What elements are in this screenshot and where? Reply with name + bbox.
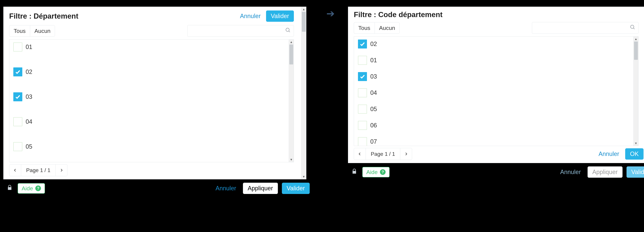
- svg-line-1: [289, 31, 290, 32]
- panel-title: Filtre : Département: [9, 12, 78, 20]
- ok-button[interactable]: OK: [625, 148, 644, 160]
- list-item: 02: [358, 39, 629, 48]
- checkbox[interactable]: [358, 72, 367, 81]
- list-item: 02: [13, 67, 285, 76]
- item-label: 05: [26, 143, 32, 150]
- filter-panel-left: ▲ ▼ Filtre : Département Annuler Valider…: [3, 7, 306, 179]
- arrow-icon: ➔: [326, 7, 335, 19]
- scroll-thumb[interactable]: [634, 41, 638, 60]
- cancel-button[interactable]: Annuler: [596, 149, 622, 159]
- search-icon[interactable]: [285, 27, 291, 34]
- select-all-button[interactable]: Tous: [354, 22, 374, 34]
- item-label: 01: [370, 57, 377, 64]
- checkbox[interactable]: [358, 105, 367, 114]
- cancel-button[interactable]: Annuler: [238, 11, 264, 21]
- checkbox[interactable]: [13, 42, 22, 51]
- checkbox[interactable]: [358, 56, 367, 65]
- select-none-button[interactable]: Aucun: [30, 25, 55, 37]
- list-item: 03: [358, 72, 629, 81]
- search-icon[interactable]: [630, 24, 636, 31]
- page-next-button[interactable]: [400, 148, 412, 160]
- item-label: 02: [26, 68, 32, 75]
- confirm-button[interactable]: Valider: [266, 10, 294, 22]
- checkbox[interactable]: [13, 92, 22, 101]
- footer-apply-button[interactable]: Appliquer: [588, 166, 622, 178]
- footer-cancel-button[interactable]: Annuler: [558, 167, 584, 177]
- select-all-none-group: Tous Aucun: [9, 25, 55, 37]
- svg-point-0: [286, 28, 289, 31]
- footer-apply-button[interactable]: Appliquer: [243, 183, 278, 194]
- scroll-thumb[interactable]: [302, 12, 306, 32]
- search-input[interactable]: [187, 25, 294, 37]
- list-item: 07: [358, 137, 629, 146]
- checkbox[interactable]: [13, 142, 22, 151]
- checkbox[interactable]: [358, 39, 367, 48]
- select-all-button[interactable]: Tous: [9, 25, 30, 37]
- footer-confirm-button[interactable]: Valider: [282, 183, 310, 194]
- item-label: 04: [26, 118, 32, 125]
- scroll-down-icon[interactable]: ▼: [302, 174, 305, 179]
- item-label: 02: [370, 40, 377, 47]
- items-list: 02010304050607 ▲ ▼: [354, 36, 638, 146]
- page-prev-button[interactable]: [9, 164, 21, 176]
- search-input[interactable]: [532, 22, 638, 34]
- checkbox[interactable]: [358, 137, 367, 146]
- filter-panel-right: Filtre : Code département Tous Aucun 020…: [348, 7, 644, 163]
- scroll-up-icon[interactable]: ▲: [634, 36, 638, 41]
- item-label: 04: [370, 89, 377, 96]
- page-next-button[interactable]: [56, 164, 68, 176]
- help-label: Aide: [22, 185, 33, 192]
- items-list: 0102030405 ▲ ▼: [9, 39, 294, 162]
- item-label: 07: [370, 138, 377, 145]
- checkbox[interactable]: [358, 88, 367, 97]
- lock-icon: [351, 168, 357, 176]
- list-item: 05: [358, 105, 629, 114]
- help-label: Aide: [366, 169, 378, 175]
- list-item: 01: [13, 42, 285, 51]
- panel-scrollbar[interactable]: ▲ ▼: [301, 7, 306, 179]
- list-scrollbar[interactable]: ▲ ▼: [289, 39, 294, 162]
- checkbox[interactable]: [13, 67, 22, 76]
- panel-title: Filtre : Code département: [354, 10, 442, 19]
- help-button[interactable]: Aide ?: [362, 167, 390, 177]
- page-indicator: Page 1 / 1: [21, 164, 56, 176]
- help-icon: ?: [380, 169, 386, 175]
- scroll-up-icon[interactable]: ▲: [290, 39, 293, 44]
- list-item: 03: [13, 92, 285, 101]
- list-scrollbar[interactable]: ▲ ▼: [633, 36, 638, 146]
- item-label: 01: [26, 43, 32, 50]
- footer-confirm-button[interactable]: Valider: [626, 166, 644, 178]
- footer-bar-right: Aide ? Annuler Appliquer Valider: [348, 163, 644, 178]
- footer-cancel-button[interactable]: Annuler: [213, 184, 239, 193]
- item-label: 03: [26, 93, 32, 100]
- list-item: 06: [358, 121, 629, 130]
- svg-point-2: [630, 25, 634, 28]
- scroll-down-icon[interactable]: ▼: [634, 141, 638, 146]
- page-prev-button[interactable]: [354, 148, 366, 160]
- help-button[interactable]: Aide ?: [18, 183, 45, 194]
- search-field: [187, 25, 294, 37]
- footer-bar-left: Aide ? Annuler Appliquer Valider: [3, 179, 313, 194]
- lock-icon: [7, 185, 13, 192]
- checkbox[interactable]: [13, 117, 22, 126]
- search-field: [532, 22, 638, 34]
- scroll-down-icon[interactable]: ▼: [290, 157, 293, 162]
- help-icon: ?: [35, 186, 41, 191]
- select-all-none-group: Tous Aucun: [354, 22, 400, 34]
- svg-line-3: [633, 28, 634, 29]
- list-item: 04: [13, 117, 285, 126]
- item-label: 05: [370, 106, 377, 113]
- select-none-button[interactable]: Aucun: [374, 22, 400, 34]
- page-indicator: Page 1 / 1: [366, 148, 400, 160]
- item-label: 03: [370, 73, 377, 80]
- scroll-up-icon[interactable]: ▲: [302, 7, 305, 12]
- list-item: 04: [358, 88, 629, 97]
- checkbox[interactable]: [358, 121, 367, 130]
- scroll-thumb[interactable]: [289, 44, 293, 64]
- item-label: 06: [370, 122, 377, 129]
- list-item: 01: [358, 56, 629, 65]
- list-item: 05: [13, 142, 285, 151]
